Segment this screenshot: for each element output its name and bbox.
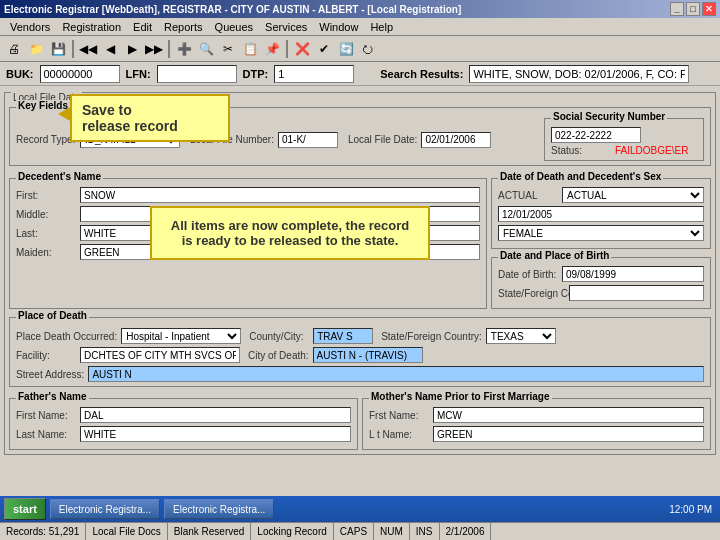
- dod-sex-title: Date of Death and Decedent's Sex: [498, 171, 663, 182]
- close-button[interactable]: ✕: [702, 2, 716, 16]
- mothers-section: Mother's Name Prior to First Marriage Fr…: [362, 398, 711, 450]
- last-label: Last:: [16, 228, 76, 239]
- first-name-input[interactable]: [80, 187, 480, 203]
- maximize-button[interactable]: □: [686, 2, 700, 16]
- fathers-first-label: First Name:: [16, 410, 76, 421]
- toolbar-btn-1[interactable]: 🖨: [4, 39, 24, 59]
- toolbar-btn-6[interactable]: ▶: [122, 39, 142, 59]
- toolbar-btn-15[interactable]: 🔄: [336, 39, 356, 59]
- toolbar: 🖨 📁 💾 ◀◀ ◀ ▶ ▶▶ ➕ 🔍 ✂ 📋 📌 ❌ ✔ 🔄 ⭮: [0, 36, 720, 62]
- local-file-date-field-label: Local File Date:: [348, 134, 417, 145]
- locking-record-label: Locking Record: [257, 526, 326, 537]
- toolbar-btn-5[interactable]: ◀: [100, 39, 120, 59]
- place-of-death-title: Place of Death: [16, 310, 89, 321]
- place-of-death-section: Place of Death Place Death Occurred: Hos…: [9, 317, 711, 387]
- toolbar-btn-8[interactable]: ➕: [174, 39, 194, 59]
- city-label: City of Death:: [248, 350, 309, 361]
- menu-edit[interactable]: Edit: [127, 18, 158, 35]
- local-file-docs-label: Local File Docs: [92, 526, 160, 537]
- menu-help[interactable]: Help: [364, 18, 399, 35]
- fathers-section: Father's Name First Name: Last Name:: [9, 398, 358, 450]
- fathers-first-input[interactable]: [80, 407, 351, 423]
- record-type-label: Record Type:: [16, 134, 76, 145]
- taskbar-item-1-label: Electronic Registra...: [59, 504, 151, 515]
- status-label: Status:: [551, 145, 611, 156]
- taskbar: start Electronic Registra... Electronic …: [0, 496, 720, 522]
- toolbar-btn-16[interactable]: ⭮: [358, 39, 378, 59]
- taskbar-time: 12:00 PM: [669, 504, 712, 515]
- minimize-button[interactable]: _: [670, 2, 684, 16]
- menu-registration[interactable]: Registration: [56, 18, 127, 35]
- dod-select[interactable]: ACTUAL: [562, 187, 704, 203]
- toolbar-btn-10[interactable]: ✂: [218, 39, 238, 59]
- menu-vendors[interactable]: Vendors: [4, 18, 56, 35]
- toolbar-btn-4[interactable]: ◀◀: [78, 39, 98, 59]
- county-label: County/City:: [249, 331, 309, 342]
- menu-services[interactable]: Services: [259, 18, 313, 35]
- toolbar-sep-1: [72, 40, 74, 58]
- records-label: Records: 51,291: [6, 526, 79, 537]
- records-status: Records: 51,291: [0, 523, 86, 540]
- local-file-date-input[interactable]: [421, 132, 491, 148]
- state-birth-input[interactable]: [569, 285, 704, 301]
- id-bar: BUK: LFN: DTP: Search Results:: [0, 62, 720, 86]
- start-button[interactable]: start: [4, 498, 46, 520]
- buk-field[interactable]: [40, 65, 120, 83]
- dob-label: Date of Birth:: [498, 269, 558, 280]
- status-value: FAILDOBGE\ER: [615, 145, 688, 156]
- taskbar-item-2[interactable]: Electronic Registra...: [164, 499, 274, 519]
- menu-bar: Vendors Registration Edit Reports Queues…: [0, 18, 720, 36]
- place-death-select[interactable]: Hospital - Inpatient: [121, 328, 241, 344]
- dod-sex-section: Date of Death and Decedent's Sex ACTUAL …: [491, 178, 711, 249]
- middle-label: Middle:: [16, 209, 76, 220]
- county-input[interactable]: [313, 328, 373, 344]
- dtp-field[interactable]: [274, 65, 354, 83]
- toolbar-btn-13[interactable]: ❌: [292, 39, 312, 59]
- menu-reports[interactable]: Reports: [158, 18, 209, 35]
- dod-label: ACTUAL: [498, 190, 558, 201]
- toolbar-btn-3[interactable]: 💾: [48, 39, 68, 59]
- toolbar-sep-2: [168, 40, 170, 58]
- state-death-select[interactable]: TEXAS: [486, 328, 556, 344]
- taskbar-item-1[interactable]: Electronic Registra...: [50, 499, 160, 519]
- local-file-number-input[interactable]: [278, 132, 338, 148]
- mothers-first-input[interactable]: [433, 407, 704, 423]
- toolbar-btn-14[interactable]: ✔: [314, 39, 334, 59]
- city-input[interactable]: [313, 347, 423, 363]
- num-label: NUM: [380, 526, 403, 537]
- local-file-date-section: Local File Date Key Fields Record Type: …: [4, 92, 716, 455]
- toolbar-btn-11[interactable]: 📋: [240, 39, 260, 59]
- facility-label: Facility:: [16, 350, 76, 361]
- ssn-input[interactable]: [551, 127, 641, 143]
- decedent-name-title: Decedent's Name: [16, 171, 103, 182]
- search-results-field[interactable]: [469, 65, 689, 83]
- facility-input[interactable]: [80, 347, 240, 363]
- toolbar-btn-12[interactable]: 📌: [262, 39, 282, 59]
- ins-status: INS: [410, 523, 440, 540]
- ssn-section-title: Social Security Number: [551, 111, 667, 122]
- lfn-field[interactable]: [157, 65, 237, 83]
- sex-select[interactable]: FEMALE: [498, 225, 704, 241]
- menu-window[interactable]: Window: [313, 18, 364, 35]
- mothers-last-input[interactable]: [433, 426, 704, 442]
- callout-line1: Save to: [82, 102, 218, 118]
- menu-queues[interactable]: Queues: [209, 18, 260, 35]
- window-title: Electronic Registrar [WebDeath], REGISTR…: [4, 4, 461, 15]
- caps-status: CAPS: [334, 523, 374, 540]
- address-input[interactable]: [88, 366, 704, 382]
- toolbar-btn-2[interactable]: 📁: [26, 39, 46, 59]
- mothers-last-label: L t Name:: [369, 429, 429, 440]
- state-death-label: State/Foreign Country:: [381, 331, 482, 342]
- dob-input[interactable]: [562, 266, 704, 282]
- dod-input[interactable]: [498, 206, 704, 222]
- fathers-last-label: Last Name:: [16, 429, 76, 440]
- toolbar-btn-9[interactable]: 🔍: [196, 39, 216, 59]
- main-content: Save to release record All items are now…: [0, 86, 720, 496]
- toolbar-sep-3: [286, 40, 288, 58]
- blank-reserved-label: Blank Reserved: [174, 526, 245, 537]
- fathers-last-input[interactable]: [80, 426, 351, 442]
- caps-label: CAPS: [340, 526, 367, 537]
- num-status: NUM: [374, 523, 410, 540]
- callout-box: Save to release record: [70, 94, 230, 142]
- toolbar-btn-7[interactable]: ▶▶: [144, 39, 164, 59]
